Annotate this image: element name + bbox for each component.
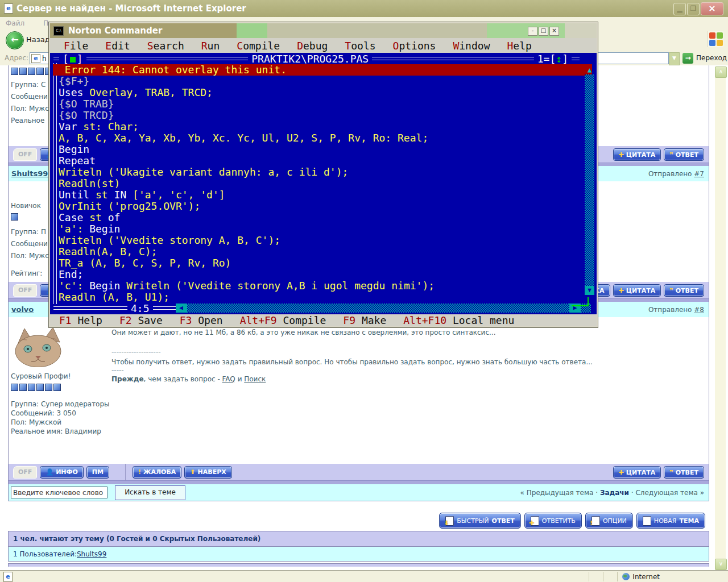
page-scrollbar[interactable]: ∧ ∨: [715, 66, 726, 570]
ie-page-icon: e: [4, 3, 13, 14]
exclamation-icon: !: [138, 468, 141, 476]
fkey-alt+f9[interactable]: Alt+F9 Compile: [240, 314, 326, 326]
menu-file[interactable]: Файл: [6, 19, 24, 27]
faq-link[interactable]: FAQ: [222, 375, 235, 383]
nc-menu-help[interactable]: Help: [507, 40, 531, 52]
scrollbar-track[interactable]: [585, 74, 594, 286]
nc-menu-file[interactable]: File: [64, 40, 88, 52]
post7-rank-pips: [11, 212, 19, 223]
norton-commander-window: C:\ Norton Commander - □ × FileEditSearc…: [48, 22, 598, 328]
code-line: Case st of: [50, 212, 597, 223]
code-line: TR_a (A, B, C, S, P, Rv, Ro): [50, 257, 597, 269]
keyword-search-input[interactable]: [11, 487, 107, 498]
page-icon: ✚: [531, 516, 539, 526]
new-topic-button[interactable]: НОВАЯТЕМА: [636, 513, 705, 529]
reply-topic-button[interactable]: ✚ОТВЕТИТЬ: [524, 513, 582, 529]
address-dropdown-button[interactable]: ▼: [669, 52, 680, 65]
reader-user-link[interactable]: Shults99: [77, 550, 106, 558]
nc-menu-compile[interactable]: Compile: [237, 40, 280, 52]
scroll-up-icon[interactable]: ∧: [715, 66, 727, 78]
editor-window[interactable]: [] PRAKTIK2\PROG25.PAS 1=[↕] Error 144: …: [50, 53, 597, 314]
nc-menu-edit[interactable]: Edit: [105, 40, 130, 52]
signature-bold: Прежде: [111, 375, 144, 383]
post8-number-link[interactable]: #8: [694, 306, 704, 314]
code-line: {$F+}: [50, 76, 597, 87]
pm-button[interactable]: ПМ: [86, 466, 109, 479]
back-button[interactable]: ←: [6, 31, 24, 49]
search-in-topic-button[interactable]: Искать в теме: [115, 485, 185, 500]
post8-body-text: Они может и дают, но не 11 Мб, а 86 кб, …: [111, 329, 703, 336]
address-label: Адрес:: [5, 54, 28, 62]
post7-author-link[interactable]: Shults99: [11, 169, 48, 178]
go-icon[interactable]: →: [682, 53, 693, 64]
minimize-button[interactable]: ▁: [673, 3, 686, 15]
resize-corner-icon[interactable]: [588, 297, 589, 306]
avatar: [11, 327, 66, 367]
reply-button[interactable]: ❞ОТВЕТ: [664, 284, 704, 297]
reply-button[interactable]: ❞ОТВЕТ: [664, 466, 704, 479]
cursor-position: 4:5: [127, 302, 153, 314]
fast-reply-button[interactable]: ⬇БЫСТРЫЙОТВЕТ: [439, 513, 521, 529]
fkey-alt+f10[interactable]: Alt+F10 Local menu: [403, 314, 514, 326]
quote-button[interactable]: ✚ЦИТАТА: [613, 466, 661, 479]
search-link[interactable]: Поиск: [244, 375, 266, 383]
maximize-button[interactable]: ❐: [687, 3, 700, 15]
signature-links-line: Прежде, чем задать вопрос - FAQ и Поиск: [111, 375, 266, 383]
nc-menu-debug[interactable]: Debug: [297, 40, 328, 52]
nc-menu-options[interactable]: Options: [393, 40, 436, 52]
quote-button[interactable]: ✚ЦИТАТА: [613, 148, 661, 161]
nc-minimize-button[interactable]: -: [528, 27, 537, 36]
vertical-scrollbar[interactable]: ▲ ▼: [585, 65, 594, 295]
code-line: Writeln ('Vvedite storony A, B, C');: [50, 235, 597, 246]
resize-corner-icon[interactable]: [572, 305, 589, 306]
go-label[interactable]: Переход: [696, 54, 727, 62]
close-button[interactable]: ×: [701, 2, 723, 15]
post8-author-link[interactable]: volvo: [11, 305, 34, 314]
code-line: Until st IN ['a', 'c', 'd']: [50, 189, 597, 201]
scroll-down-icon[interactable]: ▼: [585, 286, 594, 295]
off-button[interactable]: OFF: [13, 148, 37, 161]
horizontal-scrollbar[interactable]: [187, 304, 569, 313]
fkey-f9[interactable]: F9 Make: [343, 314, 386, 326]
next-topic-link[interactable]: Следующая тема »: [635, 489, 704, 497]
quote-marks-icon: ❞: [669, 287, 673, 294]
post8-rank-title: Суровый Профи!: [11, 372, 71, 380]
window-zoom-icon[interactable]: []: [59, 53, 86, 65]
fkey-f2[interactable]: F2 Save: [119, 314, 163, 326]
nc-maximize-button[interactable]: □: [539, 27, 548, 36]
topic-search-row: Искать в теме « Предыдущая тема · Задачи…: [9, 484, 709, 501]
nc-menu-window[interactable]: Window: [453, 40, 490, 52]
code-line: Readln(A, B, C);: [50, 246, 597, 257]
internet-zone-icon: [622, 573, 630, 580]
code-line: Readln (A, B, U1);: [50, 292, 597, 303]
post7-number-link[interactable]: #7: [694, 170, 704, 178]
code-area[interactable]: {$F+}Uses Overlay, TRAB, TRCD;{$O TRAB}{…: [50, 76, 597, 303]
prev-topic-link[interactable]: « Предыдущая тема: [520, 489, 594, 497]
scroll-up-icon[interactable]: ▲: [585, 65, 594, 74]
off-button[interactable]: OFF: [13, 284, 37, 297]
info-button[interactable]: 👤ИНФО: [40, 466, 83, 479]
down-arrow-icon: ⬇: [444, 519, 449, 527]
reply-button[interactable]: ❞ОТВЕТ: [664, 148, 704, 161]
fkey-f3[interactable]: F3 Open: [180, 314, 223, 326]
quote-marks-icon: ❞: [669, 469, 673, 476]
nc-close-button[interactable]: ×: [549, 27, 559, 36]
scroll-left-icon[interactable]: ◀: [176, 304, 187, 313]
nc-menu-tools[interactable]: Tools: [345, 40, 375, 52]
ie-window-title: Сервер не найден - Microsoft Internet Ex…: [16, 3, 246, 14]
complaint-button[interactable]: !ЖАЛОБА: [133, 466, 181, 479]
off-button[interactable]: OFF: [13, 466, 37, 479]
fkey-f1[interactable]: F1 Help: [59, 314, 102, 326]
nc-menu-search[interactable]: Search: [147, 40, 184, 52]
user-icon: 👤: [46, 468, 53, 476]
readers-title: 1 чел. читают эту тему (0 Гостей и 0 Скр…: [9, 531, 709, 547]
quote-button[interactable]: ✚ЦИТАТА: [613, 284, 661, 297]
signature-rule: --------------------: [111, 348, 161, 356]
options-button[interactable]: !ОПЦИИ: [585, 513, 633, 529]
rank-pip-icon: [11, 213, 18, 221]
windows-logo-icon: [708, 31, 723, 47]
scroll-down-icon[interactable]: ∨: [715, 559, 727, 570]
go-top-button[interactable]: ⬆НАВЕРХ: [184, 466, 231, 479]
nc-title-bar[interactable]: C:\ Norton Commander - □ ×: [50, 23, 597, 38]
nc-menu-run[interactable]: Run: [201, 40, 220, 52]
